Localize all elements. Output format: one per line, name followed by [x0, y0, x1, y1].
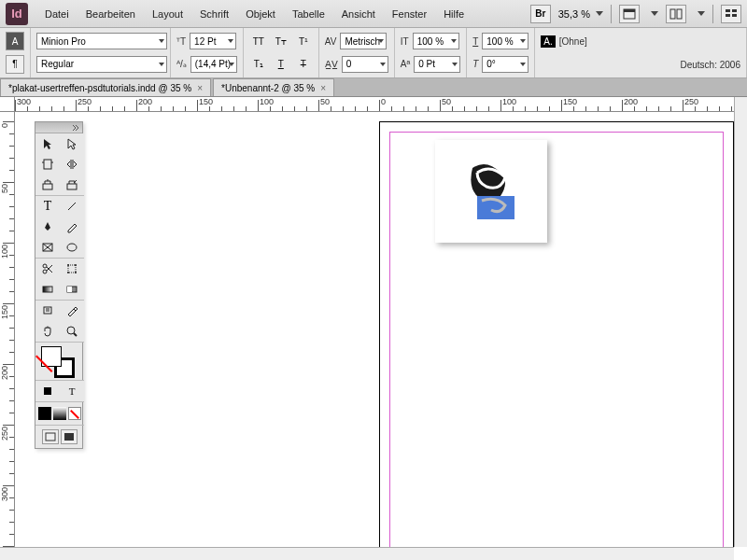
- view-mode-row: [35, 426, 84, 448]
- page[interactable]: [379, 121, 734, 547]
- font-family-dropdown[interactable]: Minion Pro: [36, 33, 167, 49]
- svg-rect-9: [44, 160, 51, 169]
- document-workspace: 30025020015010050050100150200250300 0501…: [0, 97, 747, 560]
- gradient-feather-tool[interactable]: [60, 279, 84, 300]
- svg-rect-5: [732, 9, 737, 12]
- menu-objekt[interactable]: Objekt: [238, 5, 283, 23]
- gradient-swatch-tool[interactable]: [35, 279, 60, 300]
- logo-image: [454, 154, 529, 229]
- doc-tab-1[interactable]: *plakat-usertreffen-psdtutorials.indd @ …: [0, 78, 211, 96]
- svg-rect-35: [46, 433, 55, 441]
- close-icon[interactable]: ×: [320, 83, 326, 93]
- svg-rect-10: [43, 184, 52, 189]
- fill-stroke-swatch[interactable]: [35, 343, 84, 380]
- small-caps-button[interactable]: Tᴛ: [272, 32, 290, 50]
- skew-field[interactable]: 0°: [482, 56, 529, 73]
- apply-color-button[interactable]: [35, 381, 60, 401]
- horizontal-scrollbar[interactable]: [0, 547, 734, 560]
- apply-black[interactable]: [38, 407, 51, 420]
- underline-button[interactable]: T: [272, 55, 290, 74]
- canvas[interactable]: [15, 112, 734, 547]
- tracking-field[interactable]: 0: [342, 56, 388, 73]
- svg-point-18: [43, 270, 47, 273]
- baseline-icon: Aª: [401, 59, 410, 69]
- selection-tool[interactable]: [35, 133, 60, 154]
- direct-selection-tool[interactable]: [60, 133, 84, 154]
- menu-schrift[interactable]: Schrift: [192, 5, 236, 23]
- menu-layout[interactable]: Layout: [145, 5, 190, 23]
- collapse-icon: [72, 124, 79, 132]
- char-style-label: [Ohne]: [559, 36, 587, 47]
- vertical-scrollbar[interactable]: [734, 97, 747, 547]
- baseline-field[interactable]: 0 Pt: [414, 56, 460, 73]
- font-size-field[interactable]: 12 Pt: [190, 33, 236, 49]
- control-panel: A ¶ Minion Pro Regular ᵀT12 Pt ᴬ/ₐ(14,4 …: [0, 28, 747, 78]
- svg-rect-7: [732, 14, 737, 17]
- leading-field[interactable]: (14,4 Pt): [190, 56, 237, 73]
- character-mode-button[interactable]: A: [6, 32, 24, 50]
- svg-rect-28: [67, 287, 72, 292]
- workspace-switcher[interactable]: [721, 5, 741, 23]
- apply-gradient[interactable]: [53, 407, 66, 420]
- content-collector-tool[interactable]: [35, 175, 60, 195]
- ellipse-tool[interactable]: [60, 237, 84, 258]
- kerning-field[interactable]: Metrisch: [340, 33, 387, 49]
- svg-rect-6: [726, 14, 730, 17]
- vscale-field[interactable]: 100 %: [413, 33, 459, 49]
- normal-view-button[interactable]: [42, 429, 59, 444]
- svg-rect-11: [67, 184, 77, 189]
- rectangle-frame-tool[interactable]: [35, 237, 60, 258]
- svg-point-24: [67, 272, 69, 273]
- vertical-ruler[interactable]: 050100150200250300350400: [0, 112, 15, 547]
- apply-none[interactable]: [68, 407, 81, 420]
- hscale-icon: T: [472, 36, 478, 47]
- svg-rect-3: [677, 9, 682, 19]
- scissors-tool[interactable]: [35, 259, 60, 279]
- bridge-button[interactable]: Br: [530, 5, 551, 23]
- svg-line-12: [68, 203, 76, 210]
- type-tool[interactable]: T: [35, 196, 60, 217]
- free-transform-tool[interactable]: [60, 259, 84, 279]
- content-placer-tool[interactable]: [60, 175, 84, 195]
- menu-fenster[interactable]: Fenster: [385, 5, 434, 23]
- menu-ansicht[interactable]: Ansicht: [334, 5, 383, 23]
- language-label: Deutsch: 2006: [681, 60, 741, 70]
- gap-tool[interactable]: [60, 154, 84, 175]
- color-mode-row: [35, 402, 84, 425]
- placed-image-frame[interactable]: [435, 140, 547, 243]
- app-logo: Id: [6, 3, 28, 25]
- note-tool[interactable]: [35, 301, 60, 321]
- pencil-tool[interactable]: [60, 217, 84, 237]
- screen-mode-button[interactable]: [619, 5, 640, 23]
- svg-rect-34: [44, 387, 51, 395]
- horizontal-ruler[interactable]: 30025020015010050050100150200250300: [15, 97, 734, 112]
- arrange-button[interactable]: [666, 5, 686, 23]
- char-style-icon: A.: [541, 35, 555, 48]
- tools-panel: T T: [35, 121, 83, 449]
- eyedropper-tool[interactable]: [60, 301, 84, 321]
- doc-tab-2[interactable]: *Unbenannt-2 @ 35 %×: [213, 78, 334, 96]
- formatting-text-button[interactable]: T: [60, 381, 84, 401]
- hscale-field[interactable]: 100 %: [482, 33, 529, 49]
- all-caps-button[interactable]: TT: [249, 32, 268, 50]
- subscript-button[interactable]: T₁: [249, 55, 268, 74]
- tools-panel-header[interactable]: [35, 122, 82, 133]
- hand-tool[interactable]: [35, 321, 60, 342]
- font-style-dropdown[interactable]: Regular: [36, 56, 167, 73]
- strikethrough-button[interactable]: T: [294, 55, 313, 74]
- preview-view-button[interactable]: [61, 429, 78, 444]
- menu-hilfe[interactable]: Hilfe: [436, 5, 472, 23]
- zoom-level-dropdown[interactable]: 35,3 %: [558, 8, 603, 20]
- pen-tool[interactable]: [35, 217, 60, 237]
- menu-bearbeiten[interactable]: Bearbeiten: [78, 5, 143, 23]
- menu-tabelle[interactable]: Tabelle: [285, 5, 332, 23]
- page-tool[interactable]: [35, 154, 60, 175]
- close-icon[interactable]: ×: [197, 83, 203, 93]
- superscript-button[interactable]: T¹: [294, 32, 313, 50]
- paragraph-mode-button[interactable]: ¶: [6, 55, 24, 74]
- zoom-tool[interactable]: [60, 321, 84, 342]
- ruler-origin[interactable]: [0, 97, 15, 112]
- line-tool[interactable]: [60, 196, 84, 217]
- menu-datei[interactable]: Datei: [37, 5, 77, 23]
- fill-swatch[interactable]: [41, 346, 62, 367]
